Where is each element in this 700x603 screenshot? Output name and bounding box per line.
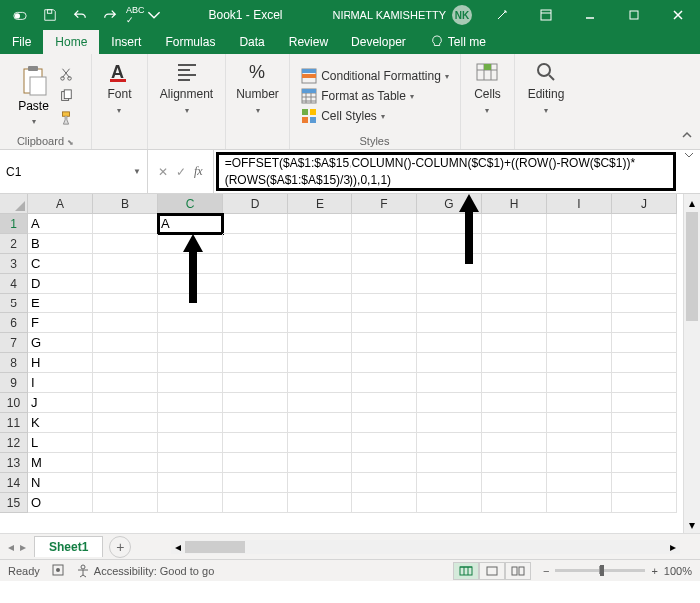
cell-F9[interactable]	[352, 373, 417, 393]
scroll-down-icon[interactable]: ▾	[684, 516, 700, 533]
cell-G4[interactable]	[417, 274, 482, 294]
cell-B6[interactable]	[93, 313, 158, 333]
cell-H12[interactable]	[482, 433, 547, 453]
cell-J10[interactable]	[612, 393, 677, 413]
cell-C14[interactable]	[158, 473, 223, 493]
cell-F12[interactable]	[352, 433, 417, 453]
cell-H7[interactable]	[482, 333, 547, 353]
enter-formula-icon[interactable]: ✓	[176, 165, 186, 179]
col-header-A[interactable]: A	[28, 194, 93, 214]
row-header-12[interactable]: 12	[0, 433, 28, 453]
cell-I9[interactable]	[547, 373, 612, 393]
cell-A8[interactable]: H	[28, 353, 93, 373]
row-header-1[interactable]: 1	[0, 214, 28, 234]
cell-C6[interactable]	[158, 313, 223, 333]
format-painter-icon[interactable]	[56, 109, 76, 127]
cell-E9[interactable]	[288, 373, 352, 393]
tab-formulas[interactable]: Formulas	[153, 30, 227, 54]
fx-icon[interactable]: fx	[194, 164, 203, 179]
cell-styles-button[interactable]: Cell Styles ▾	[301, 107, 385, 125]
cell-F1[interactable]	[352, 214, 417, 234]
cell-I7[interactable]	[547, 333, 612, 353]
row-header-11[interactable]: 11	[0, 413, 28, 433]
cell-I6[interactable]	[547, 313, 612, 333]
cell-E11[interactable]	[288, 413, 352, 433]
row-header-7[interactable]: 7	[0, 333, 28, 353]
alignment-button[interactable]: Alignment▾	[156, 58, 217, 117]
cell-E6[interactable]	[288, 313, 352, 333]
cell-E2[interactable]	[288, 234, 352, 254]
cell-C15[interactable]	[158, 493, 223, 513]
zoom-control[interactable]: − + 100%	[543, 565, 692, 577]
cell-I10[interactable]	[547, 393, 612, 413]
cell-D15[interactable]	[223, 493, 288, 513]
select-all-corner[interactable]	[0, 194, 28, 214]
cell-I8[interactable]	[547, 353, 612, 373]
cell-I1[interactable]	[547, 214, 612, 234]
cell-D6[interactable]	[223, 313, 288, 333]
cell-D12[interactable]	[223, 433, 288, 453]
formula-input[interactable]: =OFFSET($A$1:$A$15,COLUMN()-COLUMN($C$1)…	[216, 152, 676, 191]
row-header-5[interactable]: 5	[0, 294, 28, 313]
cut-icon[interactable]	[56, 65, 76, 83]
cell-A5[interactable]: E	[28, 294, 93, 313]
col-header-D[interactable]: D	[223, 194, 288, 214]
cell-F15[interactable]	[352, 493, 417, 513]
cell-I14[interactable]	[547, 473, 612, 493]
cell-C12[interactable]	[158, 433, 223, 453]
cell-B9[interactable]	[93, 373, 158, 393]
cell-D3[interactable]	[223, 254, 288, 274]
cell-E7[interactable]	[288, 333, 352, 353]
minimize-icon[interactable]	[568, 0, 612, 30]
new-sheet-button[interactable]: +	[109, 536, 131, 558]
zoom-out-icon[interactable]: −	[543, 565, 549, 577]
cell-J7[interactable]	[612, 333, 677, 353]
cell-E1[interactable]	[288, 214, 352, 234]
cell-C7[interactable]	[158, 333, 223, 353]
cell-B3[interactable]	[93, 254, 158, 274]
cell-C10[interactable]	[158, 393, 223, 413]
cell-B12[interactable]	[93, 433, 158, 453]
cell-E4[interactable]	[288, 274, 352, 294]
close-icon[interactable]	[656, 0, 700, 30]
cell-G15[interactable]	[417, 493, 482, 513]
cell-E15[interactable]	[288, 493, 352, 513]
maximize-icon[interactable]	[612, 0, 656, 30]
macro-record-icon[interactable]	[52, 564, 64, 578]
cell-B11[interactable]	[93, 413, 158, 433]
cell-I4[interactable]	[547, 274, 612, 294]
cell-F8[interactable]	[352, 353, 417, 373]
cell-G7[interactable]	[417, 333, 482, 353]
cell-I13[interactable]	[547, 453, 612, 473]
cell-F7[interactable]	[352, 333, 417, 353]
ribbon-options-icon[interactable]	[524, 0, 568, 30]
spellcheck-icon[interactable]: ABC✓	[126, 3, 145, 27]
cell-B4[interactable]	[93, 274, 158, 294]
cell-G9[interactable]	[417, 373, 482, 393]
tab-insert[interactable]: Insert	[99, 30, 153, 54]
cell-G12[interactable]	[417, 433, 482, 453]
cell-J3[interactable]	[612, 254, 677, 274]
cell-D7[interactable]	[223, 333, 288, 353]
zoom-slider[interactable]	[555, 569, 645, 572]
cell-H6[interactable]	[482, 313, 547, 333]
col-header-E[interactable]: E	[288, 194, 352, 214]
sheet-nav-next-icon[interactable]: ▸	[20, 540, 26, 554]
copy-icon[interactable]	[56, 87, 76, 105]
paste-button[interactable]: Paste ▾	[16, 63, 52, 128]
view-normal-icon[interactable]	[453, 562, 479, 580]
tab-data[interactable]: Data	[227, 30, 276, 54]
cell-J6[interactable]	[612, 313, 677, 333]
row-header-2[interactable]: 2	[0, 234, 28, 254]
row-header-8[interactable]: 8	[0, 353, 28, 373]
view-page-break-icon[interactable]	[505, 562, 531, 580]
row-header-3[interactable]: 3	[0, 254, 28, 274]
cell-I2[interactable]	[547, 234, 612, 254]
cell-C1[interactable]: A	[158, 214, 223, 234]
name-box[interactable]: C1 ▼	[0, 150, 148, 193]
cell-D11[interactable]	[223, 413, 288, 433]
cell-J11[interactable]	[612, 413, 677, 433]
cell-G8[interactable]	[417, 353, 482, 373]
cell-F4[interactable]	[352, 274, 417, 294]
cell-J13[interactable]	[612, 453, 677, 473]
